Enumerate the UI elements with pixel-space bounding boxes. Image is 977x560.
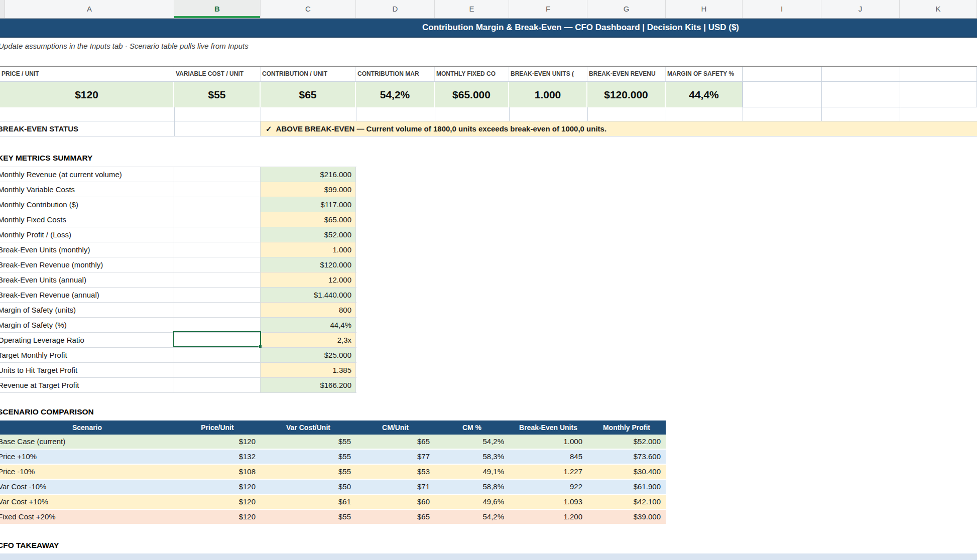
empty-row[interactable]	[0, 107, 977, 121]
scenario-header-cell[interactable]: Price/Unit	[174, 421, 261, 435]
metric-value-cell[interactable]: $1.440.000	[261, 288, 356, 302]
metric-label-cell[interactable]: Operating Leverage Ratio	[0, 333, 174, 347]
metric-value-cell[interactable]: $65.000	[261, 212, 356, 227]
scenario-label-cell[interactable]: Fixed Cost +20%	[0, 510, 174, 524]
scenario-header-cell[interactable]: Var Cost/Unit	[261, 421, 356, 435]
scenario-profit-cell[interactable]: $52.000	[587, 435, 666, 449]
metric-value-cell[interactable]: $99.000	[261, 182, 356, 197]
scenario-header-cell[interactable]: Break-Even Units	[509, 421, 587, 435]
metric-label-cell[interactable]: Break-Even Revenue (monthly)	[0, 257, 174, 272]
metric-value-cell[interactable]: $117.000	[261, 197, 356, 212]
scenario-label-cell[interactable]: Price -10%	[0, 465, 174, 479]
scenario-cmpct-cell[interactable]: 54,2%	[435, 435, 509, 449]
metric-value-cell[interactable]: 2,3x	[261, 333, 356, 347]
column-header-cell[interactable]: D	[356, 0, 435, 18]
scenario-price-cell[interactable]: $120	[174, 495, 261, 509]
metric-empty-cell[interactable]	[174, 348, 261, 362]
metric-empty-cell[interactable]	[174, 288, 261, 302]
scenario-heading[interactable]: SCENARIO COMPARISON	[0, 407, 94, 416]
metric-label-cell[interactable]: Monthly Variable Costs	[0, 182, 174, 197]
scenario-profit-cell[interactable]: $61.900	[587, 480, 666, 494]
scenario-beunits-cell[interactable]: 922	[509, 480, 587, 494]
summary-header-cell[interactable]: PRICE / UNIT	[0, 67, 174, 81]
summary-header-cell[interactable]: MONTHLY FIXED CO	[435, 67, 509, 81]
scenario-beunits-cell[interactable]: 1.000	[509, 435, 587, 449]
summary-value-cell[interactable]: $120	[0, 82, 174, 107]
metric-empty-cell[interactable]	[174, 227, 261, 242]
column-header-cell[interactable]: H	[666, 0, 743, 18]
column-header-cell[interactable]: E	[435, 0, 509, 18]
metric-label-cell[interactable]: Margin of Safety (%)	[0, 318, 174, 332]
metric-empty-cell[interactable]	[174, 303, 261, 317]
column-header-cell[interactable]: C	[261, 0, 356, 18]
empty-cell[interactable]	[174, 121, 261, 136]
scenario-header-cell[interactable]: CM/Unit	[356, 421, 435, 435]
summary-value-cell[interactable]: $65.000	[435, 82, 509, 107]
summary-value-cell[interactable]: 44,4%	[666, 82, 743, 107]
summary-header-cell[interactable]: MARGIN OF SAFETY %	[666, 67, 743, 81]
metric-value-cell[interactable]: $52.000	[261, 227, 356, 242]
scenario-cmpct-cell[interactable]: 54,2%	[435, 510, 509, 524]
summary-value-cell[interactable]: 54,2%	[356, 82, 435, 107]
cfo-takeaway-band[interactable]	[0, 553, 977, 560]
metric-value-cell[interactable]: 800	[261, 303, 356, 317]
empty-cell[interactable]	[900, 82, 977, 107]
scenario-profit-cell[interactable]: $42.100	[587, 495, 666, 509]
empty-cell[interactable]	[743, 67, 822, 82]
scenario-cmunit-cell[interactable]: $53	[356, 465, 435, 479]
summary-header-cell[interactable]: BREAK-EVEN REVENU	[587, 67, 666, 81]
scenario-price-cell[interactable]: $108	[174, 465, 261, 479]
metric-label-cell[interactable]: Units to Hit Target Profit	[0, 363, 174, 377]
scenario-price-cell[interactable]: $120	[174, 480, 261, 494]
metric-empty-cell[interactable]	[174, 363, 261, 377]
scenario-beunits-cell[interactable]: 1.093	[509, 495, 587, 509]
sheet-title-bar[interactable]: Contribution Margin & Break-Even — CFO D…	[0, 19, 977, 38]
scenario-price-cell[interactable]: $132	[174, 450, 261, 464]
metric-empty-cell[interactable]	[174, 318, 261, 332]
metric-value-cell[interactable]: $25.000	[261, 348, 356, 362]
summary-header-cell[interactable]: CONTRIBUTION / UNIT	[261, 67, 356, 81]
summary-header-cell[interactable]: BREAK-EVEN UNITS (	[509, 67, 587, 81]
summary-value-cell[interactable]: 1.000	[509, 82, 587, 107]
metric-label-cell[interactable]: Monthly Contribution ($)	[0, 197, 174, 212]
scenario-cmunit-cell[interactable]: $71	[356, 480, 435, 494]
metric-label-cell[interactable]: Break-Even Revenue (annual)	[0, 288, 174, 302]
metric-empty-cell[interactable]	[174, 378, 261, 392]
column-header-cell[interactable]: A	[5, 0, 174, 18]
metric-label-cell[interactable]: Revenue at Target Profit	[0, 378, 174, 392]
scenario-cmunit-cell[interactable]: $65	[356, 510, 435, 524]
scenario-cmunit-cell[interactable]: $65	[356, 435, 435, 449]
metric-label-cell[interactable]: Margin of Safety (units)	[0, 303, 174, 317]
empty-cell[interactable]	[900, 67, 977, 82]
scenario-label-cell[interactable]: Var Cost +10%	[0, 495, 174, 509]
metric-value-cell[interactable]: 1.000	[261, 242, 356, 257]
metric-empty-cell[interactable]	[174, 333, 261, 347]
metric-label-cell[interactable]: Target Monthly Profit	[0, 348, 174, 362]
scenario-label-cell[interactable]: Var Cost -10%	[0, 480, 174, 494]
metric-value-cell[interactable]: 1.385	[261, 363, 356, 377]
scenario-varcost-cell[interactable]: $55	[261, 510, 356, 524]
column-header-cell[interactable]: G	[587, 0, 666, 18]
metric-empty-cell[interactable]	[174, 272, 261, 287]
inputs-note[interactable]: Update assumptions in the Inputs tab · S…	[0, 40, 249, 53]
column-header-cell[interactable]: J	[821, 0, 900, 18]
metric-value-cell[interactable]: 44,4%	[261, 318, 356, 332]
scenario-label-cell[interactable]: Price +10%	[0, 450, 174, 464]
metric-label-cell[interactable]: Break-Even Units (monthly)	[0, 242, 174, 257]
summary-header-cell[interactable]: CONTRIBUTION MAR	[356, 67, 435, 81]
scenario-varcost-cell[interactable]: $55	[261, 435, 356, 449]
summary-value-cell[interactable]: $65	[261, 82, 356, 107]
break-even-status-label[interactable]: BREAK-EVEN STATUS	[0, 121, 174, 136]
metric-empty-cell[interactable]	[174, 197, 261, 212]
metric-value-cell[interactable]: $120.000	[261, 257, 356, 272]
scenario-varcost-cell[interactable]: $55	[261, 450, 356, 464]
scenario-label-cell[interactable]: Base Case (current)	[0, 435, 174, 449]
scenario-profit-cell[interactable]: $73.600	[587, 450, 666, 464]
scenario-price-cell[interactable]: $120	[174, 435, 261, 449]
fill-handle[interactable]	[259, 345, 262, 348]
key-metrics-heading[interactable]: KEY METRICS SUMMARY	[0, 154, 92, 163]
metric-empty-cell[interactable]	[174, 212, 261, 227]
summary-header-cell[interactable]: VARIABLE COST / UNIT	[174, 67, 261, 81]
scenario-cmunit-cell[interactable]: $77	[356, 450, 435, 464]
scenario-profit-cell[interactable]: $30.400	[587, 465, 666, 479]
